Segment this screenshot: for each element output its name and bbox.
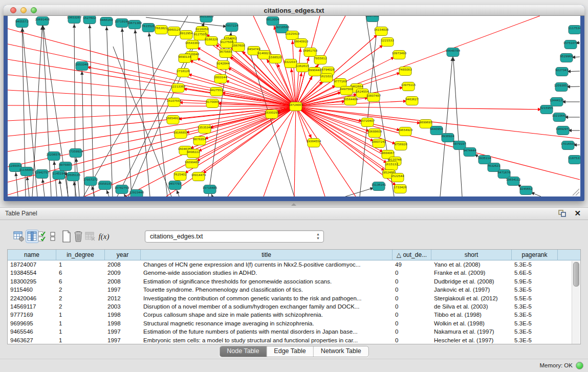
network-node[interactable]: 6497568 bbox=[340, 86, 353, 95]
network-node[interactable]: 2935114 bbox=[478, 156, 491, 164]
network-node[interactable]: 12093853 bbox=[554, 83, 569, 92]
function-builder-icon[interactable]: f(x) bbox=[96, 230, 112, 243]
cell-year[interactable]: 2003 bbox=[105, 302, 141, 311]
cell-year[interactable]: 1997 bbox=[105, 286, 141, 294]
cell-out_de[interactable]: 0 bbox=[393, 302, 431, 311]
dropdown-stepper-icon[interactable]: ▲▼ bbox=[316, 232, 320, 240]
network-node[interactable]: 1733426 bbox=[394, 185, 407, 193]
network-node[interactable]: 16640910 bbox=[294, 39, 309, 48]
cell-out_de[interactable]: 0 bbox=[393, 277, 431, 286]
cell-name[interactable]: 9777169 bbox=[8, 311, 56, 319]
network-node[interactable]: 16648784 bbox=[446, 48, 461, 57]
network-node[interactable]: 8466160 bbox=[100, 17, 113, 26]
cell-year[interactable]: 2008 bbox=[105, 277, 141, 286]
network-node[interactable]: 15136141 bbox=[372, 182, 386, 191]
column-header-short[interactable]: short bbox=[431, 250, 512, 260]
network-node[interactable]: 8938924 bbox=[442, 134, 454, 142]
cell-year[interactable]: 2009 bbox=[105, 269, 141, 277]
cell-out_de[interactable]: 0 bbox=[393, 336, 431, 344]
cell-name[interactable]: 22420046 bbox=[8, 294, 56, 302]
close-panel-icon[interactable]: ✕ bbox=[574, 209, 581, 218]
column-header-title[interactable]: title bbox=[141, 250, 393, 260]
network-node[interactable]: 1527602 bbox=[83, 16, 96, 24]
cell-year[interactable]: 2012 bbox=[105, 294, 141, 302]
cell-title[interactable]: Structural magnetic resonance image aver… bbox=[141, 319, 393, 327]
network-node[interactable]: 17957272 bbox=[83, 177, 98, 186]
network-node[interactable]: 16782759 bbox=[115, 185, 129, 194]
network-node[interactable]: 20206576 bbox=[47, 152, 61, 161]
cell-out_de[interactable]: 49 bbox=[393, 260, 431, 269]
cell-year[interactable]: 2008 bbox=[105, 260, 141, 269]
network-node[interactable]: 8215955 bbox=[540, 105, 553, 114]
cell-in_degree[interactable]: 1 bbox=[56, 260, 105, 269]
cell-pagerank[interactable]: 5.5E-5 bbox=[512, 294, 558, 302]
network-node[interactable]: 10688609 bbox=[367, 129, 382, 138]
network-node[interactable]: 2803144 bbox=[214, 75, 227, 83]
network-node[interactable]: 7663822 bbox=[155, 26, 168, 34]
divider-handle-icon[interactable] bbox=[291, 203, 296, 206]
cell-short[interactable]: Jankovic et al. (1997) bbox=[431, 286, 512, 294]
table-body[interactable]: 1872400712008Changes of HCN gene express… bbox=[8, 260, 580, 344]
network-node[interactable]: 13325419 bbox=[285, 31, 300, 40]
network-node[interactable]: 19654923 bbox=[398, 127, 413, 136]
network-node[interactable]: 16914479 bbox=[191, 172, 206, 181]
cell-short[interactable]: Hescheler et al. (1997) bbox=[431, 336, 512, 344]
cell-name[interactable]: 19384554 bbox=[8, 269, 56, 277]
network-node[interactable]: 16958187 bbox=[98, 181, 113, 190]
cell-in_degree[interactable]: 2 bbox=[56, 294, 105, 302]
table-row[interactable]: 2242004622012Investigating the contribut… bbox=[8, 294, 580, 302]
cell-name[interactable]: 14569117 bbox=[8, 302, 56, 311]
network-node[interactable]: 1615132 bbox=[385, 162, 398, 170]
column-header-pagerank[interactable]: pagerank bbox=[512, 250, 558, 260]
network-node[interactable]: 10807487 bbox=[366, 93, 381, 102]
network-node[interactable]: 7615526 bbox=[142, 24, 155, 32]
cell-short[interactable]: Nakamura et al. (1997) bbox=[431, 327, 512, 336]
network-node[interactable]: 12444131 bbox=[550, 98, 564, 106]
network-node[interactable]: 16543382 bbox=[185, 40, 200, 49]
cell-name[interactable]: 9465546 bbox=[8, 327, 56, 336]
cell-name[interactable]: 9115460 bbox=[8, 286, 56, 294]
network-node[interactable]: 16107554 bbox=[167, 98, 182, 107]
column-header-year[interactable]: year bbox=[105, 250, 141, 260]
cell-in_degree[interactable]: 1 bbox=[56, 311, 105, 319]
cell-in_degree[interactable]: 6 bbox=[56, 269, 105, 277]
network-node[interactable]: 15720407 bbox=[360, 118, 375, 127]
cell-title[interactable]: Estimation of significance thresholds fo… bbox=[141, 277, 393, 286]
network-node[interactable]: 9899695 bbox=[420, 120, 432, 128]
cell-title[interactable]: Embryonic stem cells: a model to study s… bbox=[141, 336, 393, 344]
table-selector-dropdown[interactable]: citations_edges.txt ▲▼ bbox=[145, 230, 324, 243]
cell-title[interactable]: Disruption of a novel member of a sodium… bbox=[141, 302, 393, 311]
cell-pagerank[interactable]: 5.3E-5 bbox=[512, 302, 558, 311]
network-node[interactable]: 15718485 bbox=[203, 185, 217, 194]
network-node[interactable]: 19892971 bbox=[556, 126, 571, 135]
table-row[interactable]: 977716911998Corpus callosum shape and si… bbox=[8, 311, 580, 319]
table-row[interactable]: 1830029562008Estimation of significance … bbox=[8, 277, 580, 286]
network-node[interactable]: 20691406 bbox=[35, 17, 50, 26]
network-node[interactable]: 7857224 bbox=[226, 23, 238, 32]
row-height-icon[interactable] bbox=[49, 230, 57, 243]
network-node[interactable]: 1621022 bbox=[320, 74, 333, 82]
scrollbar-thumb[interactable] bbox=[573, 262, 579, 287]
network-window[interactable]: citations_edges.txt 94055722069140610653… bbox=[4, 5, 584, 201]
float-panel-icon[interactable] bbox=[558, 210, 567, 217]
network-node[interactable]: 8186328 bbox=[205, 37, 218, 46]
network-node[interactable]: 2522544 bbox=[391, 173, 404, 182]
network-node[interactable]: 8990448 bbox=[309, 68, 321, 76]
network-node[interactable]: 9860125 bbox=[168, 27, 181, 36]
cell-name[interactable]: 18300295 bbox=[8, 277, 56, 286]
network-node[interactable]: 18807243 bbox=[372, 139, 386, 148]
cell-in_degree[interactable]: 1 bbox=[56, 319, 105, 327]
network-node[interactable]: 10973493 bbox=[392, 51, 407, 59]
network-node[interactable]: 9457791 bbox=[169, 181, 182, 190]
network-node[interactable]: 9890134 bbox=[179, 54, 191, 63]
cell-in_degree[interactable]: 6 bbox=[56, 277, 105, 286]
citation-network-graph[interactable]: 9405572206914061065328715276028466160107… bbox=[8, 16, 580, 196]
cell-short[interactable]: de Silva et al. (2003) bbox=[431, 302, 512, 311]
network-node[interactable]: 2087682 bbox=[366, 16, 379, 22]
cell-pagerank[interactable]: 5.6E-5 bbox=[512, 269, 558, 277]
network-node[interactable]: 9498222 bbox=[187, 149, 200, 158]
network-node[interactable]: 10653287 bbox=[67, 16, 82, 24]
cell-short[interactable]: Franke et al. (2009) bbox=[431, 269, 512, 277]
network-node[interactable]: 12923446 bbox=[129, 190, 144, 197]
column-header-in_degree[interactable]: in_degree bbox=[56, 250, 105, 260]
